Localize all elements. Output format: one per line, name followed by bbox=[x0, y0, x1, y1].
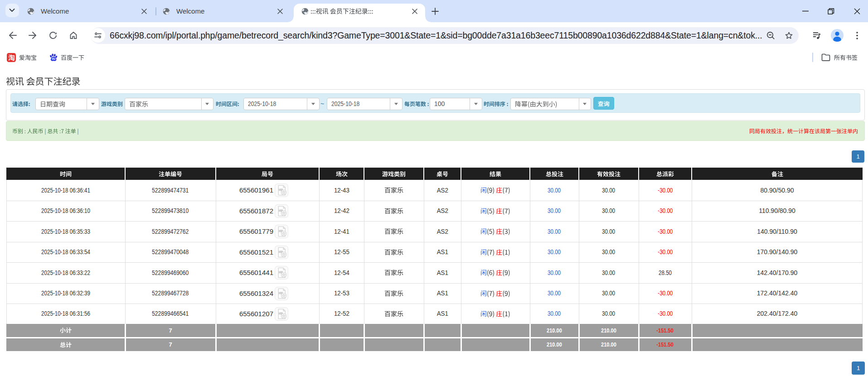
svg-text:du: du bbox=[52, 57, 55, 60]
